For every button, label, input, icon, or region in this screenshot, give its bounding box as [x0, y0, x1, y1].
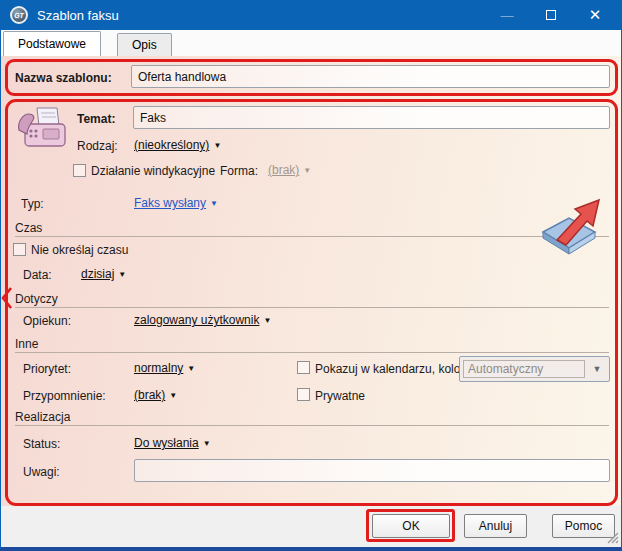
notes-input[interactable] — [134, 459, 610, 482]
form-value: (brak) — [268, 163, 299, 177]
tab-bar: Podstawowe Opis — [1, 30, 622, 56]
section-concerns-line — [15, 307, 609, 308]
resize-grip[interactable] — [605, 530, 619, 544]
date-value: dzisiaj — [81, 267, 114, 281]
calendar-color-combobox: Automatyczny ▼ — [459, 356, 610, 382]
fax-icon — [15, 104, 69, 152]
maximize-icon — [546, 10, 556, 20]
dropdown-arrow-icon: ▼ — [187, 364, 195, 373]
close-icon: ✕ — [589, 6, 602, 24]
dropdown-arrow-icon: ▼ — [303, 166, 311, 175]
dropdown-arrow-icon: ▼ — [263, 316, 271, 325]
kind-label: Rodzaj: — [77, 139, 118, 153]
caretaker-dropdown[interactable]: zalogowany użytkownik▼ — [134, 313, 271, 327]
subject-label: Temat: — [77, 112, 115, 126]
section-concerns: Dotyczy — [15, 292, 58, 306]
minimize-button: — — [487, 0, 527, 30]
app-logo-icon: GT — [10, 6, 28, 24]
debt-collection-checkbox[interactable] — [73, 164, 86, 177]
template-name-input[interactable] — [131, 65, 610, 88]
section-time-line — [15, 236, 609, 237]
section-realization-line — [15, 425, 609, 426]
section-other-line — [15, 352, 609, 353]
title-bar[interactable]: GT Szablon faksu — ✕ — [1, 0, 622, 30]
tab-podstawowe[interactable]: Podstawowe — [3, 31, 101, 56]
notes-label: Uwagi: — [23, 465, 60, 479]
dropdown-arrow-icon: ▼ — [203, 439, 211, 448]
type-label: Typ: — [21, 197, 44, 211]
window-title: Szablon faksu — [37, 8, 119, 23]
dropdown-arrow-icon: ▼ — [213, 141, 221, 150]
minimize-icon: — — [501, 8, 514, 23]
no-time-checkbox[interactable] — [13, 243, 26, 256]
status-value: Do wysłania — [134, 436, 199, 450]
cancel-button[interactable]: Anuluj — [464, 514, 527, 538]
date-dropdown[interactable]: dzisiaj▼ — [81, 267, 126, 281]
form-label: Forma: — [220, 164, 258, 178]
dropdown-arrow-icon: ▼ — [169, 391, 177, 400]
ok-button[interactable]: OK — [372, 514, 450, 538]
form-dropdown: (brak)▼ — [268, 163, 311, 177]
calendar-color-value: Automatyczny — [463, 360, 585, 378]
caretaker-value: zalogowany użytkownik — [134, 313, 259, 327]
dropdown-arrow-icon: ▼ — [210, 199, 218, 208]
highlight-brace — [1, 287, 13, 309]
show-in-calendar-label[interactable]: Pokazuj w kalendarzu, kolor: — [315, 362, 468, 376]
button-bar — [1, 506, 622, 547]
send-arrow-icon — [531, 188, 613, 260]
no-time-label[interactable]: Nie określaj czasu — [31, 243, 128, 257]
section-other: Inne — [15, 337, 38, 351]
template-name-label: Nazwa szablonu: — [15, 71, 112, 85]
kind-dropdown[interactable]: (nieokreślony)▼ — [134, 138, 221, 152]
dialog-window: GT Szablon faksu — ✕ Podstawowe Opis Naz… — [0, 0, 622, 551]
private-checkbox[interactable] — [297, 388, 310, 401]
section-time: Czas — [15, 221, 42, 235]
priority-dropdown[interactable]: normalny▼ — [134, 361, 195, 375]
section-realization: Realizacja — [15, 410, 70, 424]
priority-label: Priorytet: — [23, 362, 71, 376]
dropdown-arrow-icon: ▼ — [118, 270, 126, 279]
combo-arrow-icon: ▼ — [585, 364, 609, 374]
status-dropdown[interactable]: Do wysłania▼ — [134, 436, 211, 450]
type-dropdown[interactable]: Faks wysłany▼ — [134, 196, 218, 210]
reminder-value: (brak) — [134, 388, 165, 402]
status-label: Status: — [23, 437, 60, 451]
subject-input[interactable] — [133, 106, 610, 129]
tab-opis[interactable]: Opis — [117, 33, 172, 56]
debt-collection-label[interactable]: Działanie windykacyjne — [91, 164, 215, 178]
priority-value: normalny — [134, 361, 183, 375]
close-button[interactable]: ✕ — [575, 0, 615, 30]
show-in-calendar-checkbox[interactable] — [297, 361, 310, 374]
maximize-button[interactable] — [531, 0, 571, 30]
kind-value: (nieokreślony) — [134, 138, 209, 152]
reminder-dropdown[interactable]: (brak)▼ — [134, 388, 177, 402]
private-label[interactable]: Prywatne — [315, 389, 365, 403]
date-label: Data: — [23, 268, 52, 282]
type-value: Faks wysłany — [134, 196, 206, 210]
caretaker-label: Opiekun: — [23, 314, 71, 328]
reminder-label: Przypomnienie: — [23, 389, 106, 403]
